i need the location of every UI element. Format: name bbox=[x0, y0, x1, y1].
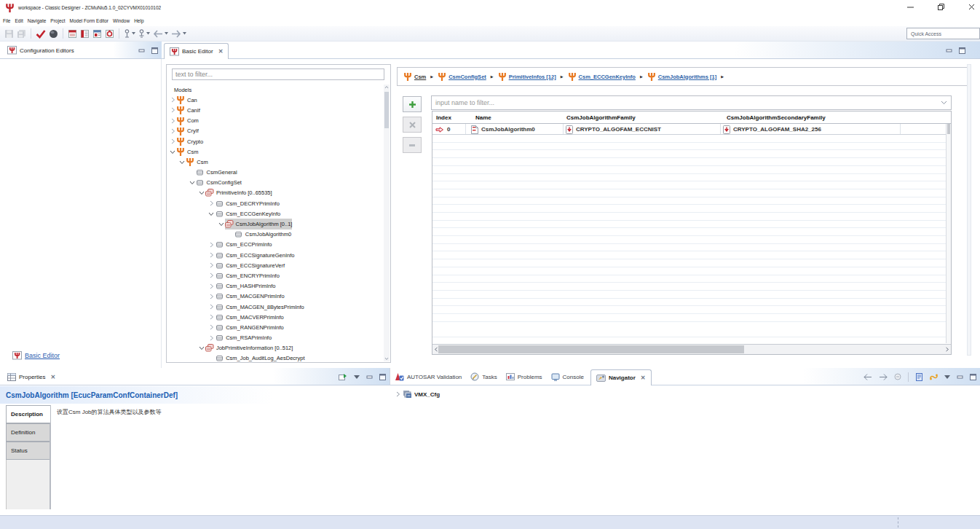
maximize-console-icon[interactable] bbox=[970, 374, 976, 380]
tab-navigator[interactable]: Navigator✕ bbox=[590, 369, 652, 385]
minimize-console-icon[interactable] bbox=[957, 374, 963, 380]
tree-item[interactable]: Csm_ECCPrimInfo bbox=[167, 240, 383, 250]
collapsed-chevron-icon[interactable] bbox=[169, 107, 176, 113]
column-header-name[interactable]: Name bbox=[475, 111, 491, 124]
collapsed-chevron-icon[interactable] bbox=[208, 324, 215, 330]
collapsed-chevron-icon[interactable] bbox=[208, 314, 215, 320]
minimize-window-button[interactable] bbox=[906, 2, 916, 12]
tree-item[interactable]: Csm_ENCRYPrimInfo bbox=[167, 270, 383, 281]
back-history-icon[interactable] bbox=[864, 374, 872, 380]
tree-item[interactable]: Csm_ECCGenKeyInfo bbox=[167, 208, 383, 219]
breadcrumb-item[interactable]: Csm bbox=[403, 72, 426, 81]
connector-1-button[interactable] bbox=[122, 27, 137, 40]
collapsed-chevron-icon[interactable] bbox=[208, 242, 215, 248]
tab-properties[interactable]: Properties ✕ bbox=[2, 369, 60, 385]
dropdown-arrow-icon[interactable] bbox=[146, 32, 150, 35]
collapsed-chevron-icon[interactable] bbox=[208, 304, 215, 310]
row-index-cell[interactable]: 0 bbox=[435, 124, 450, 135]
breadcrumb-item[interactable]: PrimitiveInfos [12] bbox=[498, 72, 556, 81]
collapsed-chevron-icon[interactable] bbox=[169, 128, 176, 134]
collapsed-chevron-icon[interactable] bbox=[169, 97, 176, 103]
tree-item[interactable]: CsmConfigSet bbox=[167, 178, 383, 188]
expanded-chevron-icon[interactable] bbox=[169, 149, 176, 154]
tab-tasks[interactable]: Tasks bbox=[466, 369, 501, 385]
properties-tab-status[interactable]: Status bbox=[6, 442, 50, 460]
tree-item[interactable]: CryIf bbox=[167, 126, 383, 136]
tree-item[interactable]: CsmJobAlgorithm0 bbox=[167, 230, 383, 240]
sync-icon[interactable] bbox=[930, 373, 938, 381]
column-header-csmjobalgorithmfamily[interactable]: CsmJobAlgorithmFamily bbox=[566, 111, 636, 124]
tree-item[interactable]: Csm_RSAPrimInfo bbox=[167, 333, 383, 343]
table-horizontal-scrollbar[interactable] bbox=[432, 344, 951, 354]
table-row[interactable]: 0CsmJobAlgorithm0CRYPTO_ALGOFAM_ECCNISTC… bbox=[432, 124, 946, 135]
maximize-view-icon[interactable] bbox=[151, 47, 158, 54]
delete-row-button[interactable] bbox=[403, 117, 422, 133]
collapsed-chevron-icon[interactable] bbox=[208, 335, 215, 341]
editor-doc-4-button[interactable] bbox=[103, 27, 116, 40]
properties-tab-definition[interactable]: Definition bbox=[6, 423, 50, 442]
new-properties-view-icon[interactable] bbox=[339, 373, 347, 381]
forward-history-icon[interactable] bbox=[879, 374, 888, 380]
dropdown-arrow-icon[interactable] bbox=[132, 32, 135, 35]
console-view-menu-icon[interactable] bbox=[944, 375, 950, 379]
menu-project[interactable]: Project bbox=[48, 17, 67, 24]
basic-editor-link[interactable]: Basic Editor bbox=[25, 352, 60, 359]
close-editor-tab-icon[interactable]: ✕ bbox=[218, 48, 224, 55]
tree-item[interactable]: CsmGeneral bbox=[167, 168, 383, 178]
editor-doc-1-button[interactable] bbox=[66, 27, 79, 40]
maximize-properties-icon[interactable] bbox=[379, 374, 386, 380]
tab-configuration-editors[interactable]: Configuration Editors bbox=[2, 42, 79, 58]
tree-item[interactable]: Csm_ECCSignatureVerf bbox=[167, 260, 383, 270]
collapsed-chevron-icon[interactable] bbox=[169, 118, 176, 124]
column-header-csmjobalgorithmsecondaryfamily[interactable]: CsmJobAlgorithmSecondaryFamily bbox=[727, 111, 826, 124]
row-family-cell[interactable]: CRYPTO_ALGOFAM_ECCNIST bbox=[566, 124, 661, 135]
table-filter-input[interactable] bbox=[432, 99, 941, 106]
tree-item[interactable]: Csm_DECRYPrimInfo bbox=[167, 198, 383, 208]
link-with-editor-icon[interactable] bbox=[915, 373, 923, 381]
dropdown-arrow-icon[interactable] bbox=[165, 32, 168, 35]
expanded-chevron-icon[interactable] bbox=[218, 222, 225, 227]
expanded-chevron-icon[interactable] bbox=[189, 180, 196, 185]
minimize-properties-icon[interactable] bbox=[366, 374, 373, 380]
menu-edit[interactable]: Edit bbox=[12, 17, 25, 24]
menu-navigate[interactable]: Navigate bbox=[25, 17, 49, 24]
collapsed-chevron-icon[interactable] bbox=[208, 252, 215, 258]
breadcrumb-item[interactable]: CsmConfigSet bbox=[438, 72, 486, 81]
collapsed-chevron-icon[interactable] bbox=[208, 273, 215, 278]
generate-button[interactable] bbox=[47, 27, 60, 40]
collapsed-chevron-icon[interactable] bbox=[208, 294, 215, 299]
close-properties-tab-icon[interactable]: ✕ bbox=[50, 374, 55, 380]
breadcrumb-item[interactable]: Csm_ECCGenKeyInfo bbox=[568, 72, 636, 81]
tree-item[interactable]: Crypto bbox=[167, 136, 383, 146]
column-header-index[interactable]: Index bbox=[436, 111, 451, 124]
menu-window[interactable]: Window bbox=[111, 17, 132, 24]
menu-help[interactable]: Help bbox=[132, 17, 146, 24]
tree-item[interactable]: Csm bbox=[167, 146, 383, 157]
tree-item[interactable]: Can bbox=[167, 95, 383, 105]
tab-basic-editor[interactable]: Basic Editor ✕ bbox=[164, 43, 229, 59]
menu-model-form-editor[interactable]: Model Form Editor bbox=[68, 17, 111, 24]
edit-row-button[interactable] bbox=[403, 137, 422, 153]
tree-item[interactable]: Csm_MACVERPrimInfo bbox=[167, 312, 383, 322]
quick-access-box[interactable]: Quick Access bbox=[906, 28, 980, 39]
editor-doc-3-button[interactable] bbox=[91, 27, 103, 40]
forward-button[interactable] bbox=[170, 27, 188, 40]
maximize-editor-icon[interactable] bbox=[959, 47, 965, 54]
tree-item[interactable]: Csm_RANGENPrimInfo bbox=[167, 322, 383, 332]
tree-item[interactable]: Csm_MACGEN_8BytesPrimInfo bbox=[167, 302, 383, 312]
expanded-chevron-icon[interactable] bbox=[178, 160, 186, 165]
collapse-all-icon[interactable] bbox=[894, 373, 901, 380]
collapsed-chevron-icon[interactable] bbox=[208, 283, 215, 289]
save-button[interactable] bbox=[3, 27, 15, 40]
filter-dropdown-icon[interactable] bbox=[941, 101, 947, 105]
dropdown-arrow-icon[interactable] bbox=[183, 32, 186, 35]
collapsed-chevron-icon[interactable] bbox=[208, 262, 215, 268]
validate-button[interactable] bbox=[34, 27, 47, 40]
expanded-chevron-icon[interactable] bbox=[198, 190, 205, 195]
menu-file[interactable]: File bbox=[1, 17, 12, 24]
row-secondary-family-cell[interactable]: CRYPTO_ALGOFAM_SHA2_256 bbox=[723, 124, 821, 135]
tree-filter-input[interactable] bbox=[172, 68, 384, 80]
collapsed-chevron-icon[interactable] bbox=[208, 200, 215, 206]
close-window-button[interactable] bbox=[967, 2, 977, 12]
tree-item[interactable]: JobPrimitiveInformation [0..512] bbox=[167, 343, 383, 353]
